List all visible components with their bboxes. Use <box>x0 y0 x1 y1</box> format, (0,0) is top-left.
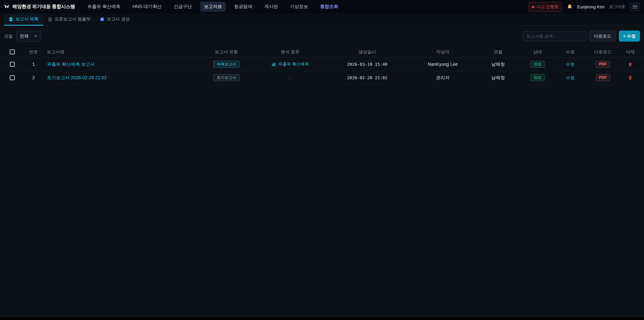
jurisdiction: 남해청 <box>476 75 520 81</box>
analysis-type-link: - <box>290 75 291 80</box>
pdf-download-badge[interactable]: PDF <box>596 61 610 68</box>
report-type-badge: 초기보고서 <box>214 74 240 81</box>
report-type-badge: 예측보고서 <box>214 61 240 68</box>
created-at: 2026-03-10 15:40 <box>325 62 409 67</box>
notification-bell-button[interactable] <box>567 4 572 10</box>
hamburger-menu-icon <box>632 5 637 5</box>
app-title: 해양환경 위기대응 통합시스템 <box>12 4 75 10</box>
author: 관리자 <box>409 75 476 81</box>
nav-report-materials[interactable]: 보고자료 <box>200 2 226 12</box>
table-row: 2 초기보고서 2026-02-28 21:02 초기보고서 - 2026-02… <box>0 71 644 85</box>
status-badge: 완료 <box>530 61 545 68</box>
report-tab-bar: 보고서 목록 표준보고서 템플릿 보고서 생성 <box>0 14 644 26</box>
header-right-cluster: 사고 진행중 Eunjeong Kim 로그아웃 <box>528 2 640 12</box>
row-checkbox[interactable] <box>10 62 14 67</box>
nav-aerial-search[interactable]: 항공탐색 <box>230 2 256 12</box>
nav-oil-spill-prediction[interactable]: 유출유 확산예측 <box>84 2 124 12</box>
col-header-author: 작성자 <box>409 49 476 55</box>
nav-board[interactable]: 게시판 <box>260 2 282 12</box>
edit-link[interactable]: 수정 <box>566 75 574 81</box>
created-at: 2026-02-28 21:02 <box>325 75 409 80</box>
tab-standard-template[interactable]: 표준보고서 템플릿 <box>43 14 95 26</box>
jurisdiction: 남해청 <box>476 61 520 67</box>
col-header-edit: 수정 <box>555 49 585 55</box>
table-body: 1 유출유 확산예측 보고서 예측보고서 유출유 확산예측 2026-03-10… <box>0 58 644 85</box>
nav-integrated-search[interactable]: 통합조회 <box>316 2 342 12</box>
filter-bar: 관할 전체 다운로드 + 수정 <box>0 26 644 44</box>
template-doc-icon <box>48 17 52 21</box>
logout-link[interactable]: 로그아웃 <box>609 4 625 10</box>
edit-link[interactable]: 수정 <box>566 61 574 67</box>
table-row: 1 유출유 확산예측 보고서 예측보고서 유출유 확산예측 2026-03-10… <box>0 58 644 71</box>
create-report-button[interactable]: + 수정 <box>619 31 640 42</box>
chevron-down-icon <box>34 34 38 38</box>
table-header-row: 번호 보고서명 보고서 유형 분석 종류 생성일시 작성자 관할 상태 수정 다… <box>0 46 644 58</box>
report-name-link[interactable]: 초기보고서 2026-02-28 21:02 <box>47 75 107 81</box>
delete-button[interactable] <box>627 61 633 67</box>
tab-report-list[interactable]: 보고서 목록 <box>4 14 43 26</box>
col-header-created-at: 생성일시 <box>325 49 409 55</box>
nav-hns-air-diffusion[interactable]: HNS·대기확산 <box>129 2 165 12</box>
app-logo[interactable]: 해양환경 위기대응 통합시스템 <box>4 4 75 10</box>
filter-actions: 다운로드 + 수정 <box>523 31 640 42</box>
wing-logo-icon <box>4 4 10 9</box>
trash-icon <box>628 62 632 67</box>
analysis-chart-icon <box>271 62 276 67</box>
report-create-icon <box>100 17 104 21</box>
jurisdiction-filter-label: 관할 <box>4 33 13 39</box>
col-header-report-name: 보고서명 <box>47 49 198 55</box>
incident-status-label: 사고 진행중 <box>536 4 558 10</box>
delete-button[interactable] <box>627 75 633 81</box>
pdf-download-badge[interactable]: PDF <box>596 74 610 81</box>
col-header-delete: 삭제 <box>620 49 640 55</box>
bottom-window-edge <box>0 317 644 320</box>
select-all-checkbox[interactable] <box>10 49 14 54</box>
col-header-status: 상태 <box>520 49 555 55</box>
hamburger-menu-button[interactable] <box>630 2 640 11</box>
app-root: 해양환경 위기대응 통합시스템 유출유 확산예측 HNS·대기확산 긴급구난 보… <box>0 0 644 320</box>
nav-weather-info[interactable]: 기상정보 <box>286 2 312 12</box>
download-button[interactable]: 다운로드 <box>589 31 616 42</box>
report-search-input[interactable] <box>523 31 587 41</box>
user-name: Eunjeong Kim <box>577 4 604 9</box>
incident-dot-icon <box>532 6 534 8</box>
top-nav-bar: 해양환경 위기대응 통합시스템 유출유 확산예측 HNS·대기확산 긴급구난 보… <box>0 0 644 14</box>
report-table: 번호 보고서명 보고서 유형 분석 종류 생성일시 작성자 관할 상태 수정 다… <box>0 46 644 85</box>
row-number: 1 <box>20 62 47 67</box>
jurisdiction-select-value: 전체 <box>20 33 28 39</box>
jurisdiction-select[interactable]: 전체 <box>16 31 41 42</box>
notification-bell-icon <box>567 4 572 10</box>
col-header-number: 번호 <box>20 49 47 55</box>
main-nav: 유출유 확산예측 HNS·대기확산 긴급구난 보고자료 항공탐색 게시판 기상정… <box>84 2 342 12</box>
author: NanKyung Lee <box>409 62 476 67</box>
col-header-jurisdiction: 관할 <box>476 49 520 55</box>
trash-icon <box>628 75 632 80</box>
report-name-link[interactable]: 유출유 확산예측 보고서 <box>47 61 95 67</box>
row-checkbox[interactable] <box>10 75 14 80</box>
status-badge: 완료 <box>530 74 545 81</box>
col-header-report-type: 보고서 유형 <box>198 49 255 55</box>
analysis-type-link[interactable]: 유출유 확산예측 <box>278 61 309 67</box>
col-header-download: 다운로드 <box>585 49 620 55</box>
row-number: 2 <box>20 75 47 80</box>
report-list-icon <box>9 17 13 21</box>
incident-status-badge: 사고 진행중 <box>528 2 562 12</box>
tab-report-create[interactable]: 보고서 생성 <box>96 14 134 26</box>
col-header-analysis-type: 분석 종류 <box>255 49 325 55</box>
nav-emergency-rescue[interactable]: 긴급구난 <box>170 2 196 12</box>
